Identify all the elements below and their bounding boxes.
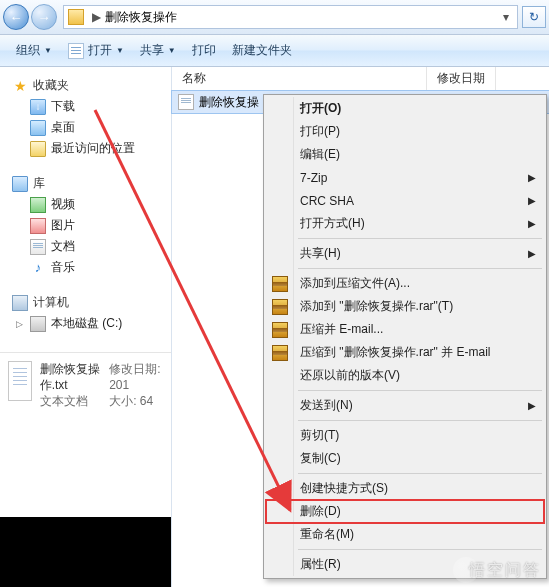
chevron-right-icon: ▶ <box>92 10 101 24</box>
sidebar-item-pictures[interactable]: 图片 <box>12 215 167 236</box>
column-headers: 名称 修改日期 <box>172 67 549 91</box>
desktop-icon <box>30 120 46 136</box>
star-icon: ★ <box>12 78 28 94</box>
ctx-edit[interactable]: 编辑(E) <box>266 143 544 166</box>
ctx-cut[interactable]: 剪切(T) <box>266 424 544 447</box>
ctx-add-archive-named[interactable]: 添加到 "删除恢复操作.rar"(T) <box>266 295 544 318</box>
download-icon <box>30 99 46 115</box>
music-icon: ♪ <box>30 260 46 276</box>
caret-down-icon: ▼ <box>116 46 124 55</box>
ctx-crcsha[interactable]: CRC SHA▶ <box>266 189 544 212</box>
ctx-share[interactable]: 共享(H)▶ <box>266 242 544 265</box>
submenu-arrow-icon: ▶ <box>528 195 536 206</box>
column-name[interactable]: 名称 <box>172 67 427 90</box>
ctx-zip-email-named[interactable]: 压缩到 "删除恢复操作.rar" 并 E-mail <box>266 341 544 364</box>
caret-down-icon: ▼ <box>168 46 176 55</box>
computer-icon <box>12 295 28 311</box>
ctx-7zip[interactable]: 7-Zip▶ <box>266 166 544 189</box>
new-folder-button[interactable]: 新建文件夹 <box>224 38 300 63</box>
sidebar-item-recent[interactable]: 最近访问的位置 <box>12 138 167 159</box>
picture-icon <box>30 218 46 234</box>
file-name: 删除恢复操 <box>199 94 259 111</box>
caret-down-icon: ▼ <box>44 46 52 55</box>
open-button[interactable]: 打开▼ <box>60 38 132 63</box>
sidebar-item-documents[interactable]: 文档 <box>12 236 167 257</box>
breadcrumb-dropdown[interactable]: ▾ <box>499 10 513 24</box>
ctx-add-archive[interactable]: 添加到压缩文件(A)... <box>266 272 544 295</box>
rar-icon <box>272 299 288 315</box>
sidebar-favorites[interactable]: ★ 收藏夹 <box>12 75 167 96</box>
ctx-zip-email[interactable]: 压缩并 E-mail... <box>266 318 544 341</box>
share-button[interactable]: 共享▼ <box>132 38 184 63</box>
ctx-copy[interactable]: 复制(C) <box>266 447 544 470</box>
preview-black-region <box>0 517 171 587</box>
ctx-delete[interactable]: 删除(D) <box>266 500 544 523</box>
textfile-icon <box>178 94 194 110</box>
submenu-arrow-icon: ▶ <box>528 218 536 229</box>
ctx-rename[interactable]: 重命名(M) <box>266 523 544 546</box>
folder-icon <box>68 9 84 25</box>
sidebar-libraries[interactable]: 库 <box>12 173 167 194</box>
ctx-create-shortcut[interactable]: 创建快捷方式(S) <box>266 477 544 500</box>
sidebar-item-downloads[interactable]: 下载 <box>12 96 167 117</box>
details-filetype: 文本文档 <box>40 393 103 409</box>
rar-icon <box>272 345 288 361</box>
details-filename: 删除恢复操作.txt <box>40 361 103 393</box>
refresh-button[interactable]: ↻ <box>522 6 546 28</box>
print-button[interactable]: 打印 <box>184 38 224 63</box>
ctx-open[interactable]: 打开(O) <box>266 97 544 120</box>
breadcrumb[interactable]: ▶ 删除恢复操作 ▾ <box>63 5 518 29</box>
library-icon <box>12 176 28 192</box>
sidebar-item-desktop[interactable]: 桌面 <box>12 117 167 138</box>
ctx-print[interactable]: 打印(P) <box>266 120 544 143</box>
column-date[interactable]: 修改日期 <box>427 67 496 90</box>
organize-menu[interactable]: 组织▼ <box>8 38 60 63</box>
nav-forward-button[interactable]: → <box>31 4 57 30</box>
rar-icon <box>272 322 288 338</box>
nav-bar: ← → ▶ 删除恢复操作 ▾ ↻ <box>0 0 549 35</box>
submenu-arrow-icon: ▶ <box>528 248 536 259</box>
nav-back-button[interactable]: ← <box>3 4 29 30</box>
file-thumbnail <box>8 361 32 401</box>
submenu-arrow-icon: ▶ <box>528 400 536 411</box>
breadcrumb-location: 删除恢复操作 <box>105 9 177 26</box>
watermark-text: 悟空问答 <box>469 560 541 581</box>
ctx-sendto[interactable]: 发送到(N)▶ <box>266 394 544 417</box>
sidebar-item-videos[interactable]: 视频 <box>12 194 167 215</box>
sidebar-item-drive-c[interactable]: 本地磁盘 (C:) <box>12 313 167 334</box>
details-pane: 删除恢复操作.txt 文本文档 修改日期: 201 大小: 64 <box>0 352 171 417</box>
toolbar: 组织▼ 打开▼ 共享▼ 打印 新建文件夹 <box>0 35 549 67</box>
document-icon <box>68 43 84 59</box>
video-icon <box>30 197 46 213</box>
drive-icon <box>30 316 46 332</box>
ctx-restore-versions[interactable]: 还原以前的版本(V) <box>266 364 544 387</box>
document-icon <box>30 239 46 255</box>
sidebar-computer[interactable]: 计算机 <box>12 292 167 313</box>
sidebar: ★ 收藏夹 下载 桌面 最近访问的位置 库 视频 图片 文档 ♪音乐 <box>0 67 172 587</box>
recent-icon <box>30 141 46 157</box>
context-menu: 打开(O) 打印(P) 编辑(E) 7-Zip▶ CRC SHA▶ 打开方式(H… <box>263 94 547 579</box>
rar-icon <box>272 276 288 292</box>
ctx-openwith[interactable]: 打开方式(H)▶ <box>266 212 544 235</box>
sidebar-item-music[interactable]: ♪音乐 <box>12 257 167 278</box>
submenu-arrow-icon: ▶ <box>528 172 536 183</box>
